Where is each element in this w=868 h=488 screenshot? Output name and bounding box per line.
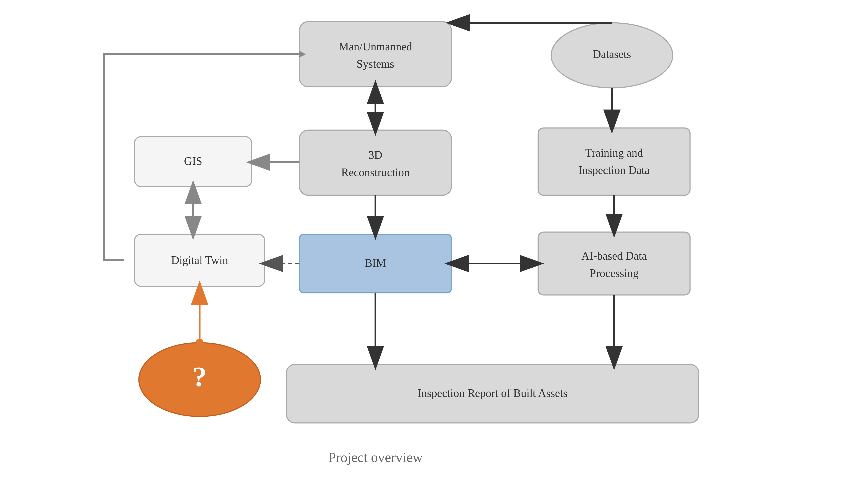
digital-twin-label: Digital Twin [171,254,228,266]
man-unmanned-box [300,22,452,87]
datasets-label: Datasets [593,48,631,60]
training-label-1: Training and [585,147,643,159]
inspection-report-label: Inspection Report of Built Assets [418,387,567,399]
orange-dot [196,339,204,347]
training-data-box [538,128,690,195]
ai-label-2: Processing [590,267,639,279]
man-unmanned-label-1: Man/Unmanned [339,40,412,53]
reconstruction-label-2: Reconstruction [341,166,410,178]
man-unmanned-label-2: Systems [356,58,394,70]
reconstruction-box [300,130,452,195]
ai-processing-box [538,232,690,295]
training-label-2: Inspection Data [579,164,650,176]
dummy [375,87,612,108]
gis-label: GIS [184,155,202,167]
diagram-caption: Project overview [328,450,423,465]
reconstruction-label-1: 3D [369,149,382,161]
diagram-container: Man/Unmanned Systems Datasets 3D Reconst… [0,0,868,488]
question-label: ? [193,361,207,392]
ai-label-1: AI-based Data [581,250,647,262]
bim-label: BIM [365,257,386,269]
